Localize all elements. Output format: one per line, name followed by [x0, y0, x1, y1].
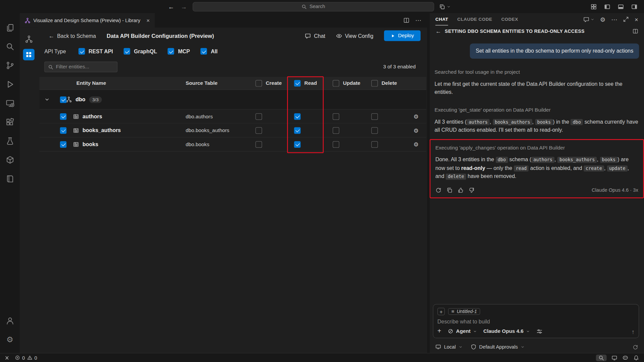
remote-indicator-icon[interactable] — [4, 355, 10, 361]
database-projects-icon[interactable] — [0, 150, 20, 169]
api-type-option[interactable]: GraphQL — [124, 48, 157, 55]
history-forward-button[interactable]: → — [181, 3, 187, 9]
run-debug-icon[interactable] — [0, 75, 20, 94]
row-settings-icon[interactable]: ⚙ — [414, 127, 419, 133]
chat-panel-tab[interactable]: CODEX — [501, 13, 518, 25]
row-settings-icon[interactable]: ⚙ — [414, 141, 419, 147]
thumbs-down-icon[interactable] — [469, 187, 475, 193]
search-icon[interactable] — [0, 37, 20, 56]
row-settings-icon[interactable]: ⚙ — [414, 114, 419, 119]
attached-file-chip[interactable]: ≡ Untitled-1 — [448, 308, 480, 315]
editor-more-actions-icon[interactable]: ⋯ — [415, 17, 421, 23]
api-type-option[interactable]: REST API — [78, 48, 113, 55]
zoom-indicator[interactable] — [596, 354, 607, 361]
toggle-secondary-sidebar-icon[interactable] — [631, 3, 637, 9]
notebook-icon[interactable] — [0, 169, 20, 188]
testing-icon[interactable] — [0, 131, 20, 150]
chat-input[interactable] — [437, 318, 635, 324]
arrow-left-icon: ← — [48, 33, 54, 39]
command-center-search[interactable]: Search — [193, 2, 434, 11]
notifications-button[interactable] — [633, 355, 639, 361]
regenerate-icon[interactable] — [435, 187, 441, 193]
maximize-panel-icon[interactable] — [623, 16, 629, 22]
api-type-option[interactable]: MCP — [168, 48, 190, 55]
refresh-icon — [633, 344, 638, 350]
environment-select[interactable]: Local — [435, 344, 462, 350]
chat-panel-tab[interactable]: CLAUDE CODE — [457, 13, 492, 25]
copilot-status-button[interactable] — [622, 355, 628, 361]
open-session-in-editor-icon[interactable] — [633, 28, 638, 34]
account-icon[interactable] — [0, 311, 20, 330]
column-checkbox[interactable] — [256, 80, 262, 86]
view-config-button[interactable]: View Config — [336, 33, 374, 39]
chat-more-actions-icon[interactable]: ⋯ — [611, 16, 617, 22]
create-checkbox[interactable] — [256, 127, 262, 134]
back-to-schema-button[interactable]: ← Back to Schema — [48, 33, 96, 39]
column-checkbox[interactable] — [371, 80, 378, 86]
screencast-button[interactable] — [611, 355, 617, 361]
add-context-button[interactable]: + — [437, 308, 445, 315]
customize-layout-icon[interactable] — [591, 3, 597, 9]
thumbs-up-icon[interactable] — [458, 187, 464, 193]
deploy-button[interactable]: Deploy — [384, 31, 421, 41]
checkbox[interactable] — [168, 48, 174, 55]
session-back-icon[interactable]: ← — [435, 28, 441, 34]
source-control-icon[interactable] — [0, 56, 20, 75]
settings-gear-icon[interactable]: ⚙ — [0, 330, 20, 349]
toggle-sidebar-icon[interactable] — [604, 3, 610, 9]
history-back-button[interactable]: ← — [168, 3, 174, 9]
row-checkbox[interactable] — [60, 141, 67, 148]
toggle-panel-icon[interactable] — [618, 3, 624, 9]
checkbox[interactable] — [201, 48, 207, 55]
delete-checkbox[interactable] — [371, 141, 378, 148]
api-type-option[interactable]: All — [201, 48, 218, 55]
approvals-select[interactable]: Default Approvals — [471, 344, 524, 350]
group-expand-chevron[interactable] — [40, 97, 54, 102]
sync-button[interactable] — [633, 344, 638, 350]
tools-sliders-icon[interactable] — [536, 328, 542, 334]
delete-checkbox[interactable] — [371, 113, 378, 120]
row-checkbox[interactable] — [60, 113, 67, 120]
chat-sessions-button[interactable] — [583, 16, 594, 22]
column-checkbox[interactable] — [294, 80, 301, 86]
chat-composer[interactable]: + ≡ Untitled-1 + Agent Claude Opus — [433, 304, 639, 338]
schema-designer-icon[interactable] — [23, 33, 35, 45]
update-checkbox[interactable] — [333, 127, 339, 134]
tab-close-icon[interactable]: × — [147, 17, 150, 23]
message-toolbar: Claude Opus 4.6 · 3x — [435, 187, 638, 193]
column-checkbox[interactable] — [333, 80, 339, 86]
row-checkbox[interactable] — [60, 127, 67, 134]
chat-settings-gear-icon[interactable]: ⚙ — [600, 16, 605, 22]
chat-panel-tab[interactable]: CHAT — [435, 13, 448, 25]
send-button[interactable]: ↑ — [632, 328, 635, 334]
remote-explorer-icon[interactable] — [0, 94, 20, 112]
filter-entities-box[interactable] — [44, 62, 117, 72]
read-checkbox[interactable] — [294, 113, 301, 120]
copy-icon[interactable] — [446, 187, 452, 193]
read-checkbox[interactable] — [294, 127, 301, 134]
update-checkbox[interactable] — [333, 141, 339, 148]
create-checkbox[interactable] — [256, 141, 262, 148]
group-checkbox[interactable] — [60, 96, 67, 103]
explorer-icon[interactable] — [0, 18, 20, 37]
problems-indicator[interactable]: 0 0 — [15, 355, 37, 361]
filter-entities-input[interactable] — [56, 64, 114, 70]
copilot-session-button[interactable] — [439, 3, 450, 9]
read-checkbox[interactable] — [294, 141, 301, 148]
checkbox[interactable] — [78, 48, 85, 55]
update-checkbox[interactable] — [333, 113, 339, 120]
api-builder-icon[interactable] — [23, 49, 35, 60]
agent-mode-select[interactable]: Agent — [448, 328, 477, 334]
split-editor-icon[interactable] — [403, 17, 409, 23]
model-select[interactable]: Claude Opus 4.6 — [483, 328, 530, 334]
delete-checkbox[interactable] — [371, 127, 378, 134]
checkbox[interactable] — [124, 48, 130, 55]
close-panel-icon[interactable]: × — [635, 16, 638, 22]
chat-button[interactable]: Chat — [305, 33, 325, 39]
extensions-icon[interactable] — [0, 113, 20, 131]
attach-plus-icon[interactable]: + — [437, 328, 441, 335]
editor-body: ← Back to Schema Data API Builder Config… — [20, 27, 427, 353]
panel-sash[interactable] — [427, 13, 429, 353]
create-checkbox[interactable] — [256, 113, 262, 120]
tab-visualize-schema[interactable]: Visualize and Design Schema (Preview) - … — [20, 13, 155, 27]
